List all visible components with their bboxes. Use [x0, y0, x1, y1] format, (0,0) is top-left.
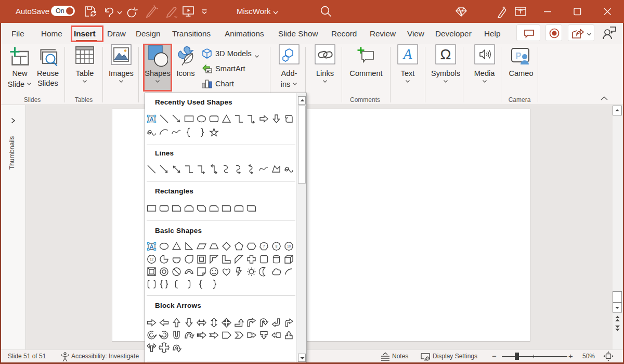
svg-text:8: 8 — [275, 244, 277, 248]
svg-text:12: 12 — [149, 257, 153, 261]
svg-text:A: A — [402, 46, 412, 62]
svg-text:P: P — [515, 51, 521, 61]
svg-text:7: 7 — [263, 244, 265, 248]
svg-text:10: 10 — [287, 244, 291, 248]
svg-text:A: A — [149, 243, 153, 250]
svg-text:A: A — [149, 116, 153, 122]
svg-text:Ω: Ω — [440, 46, 451, 62]
